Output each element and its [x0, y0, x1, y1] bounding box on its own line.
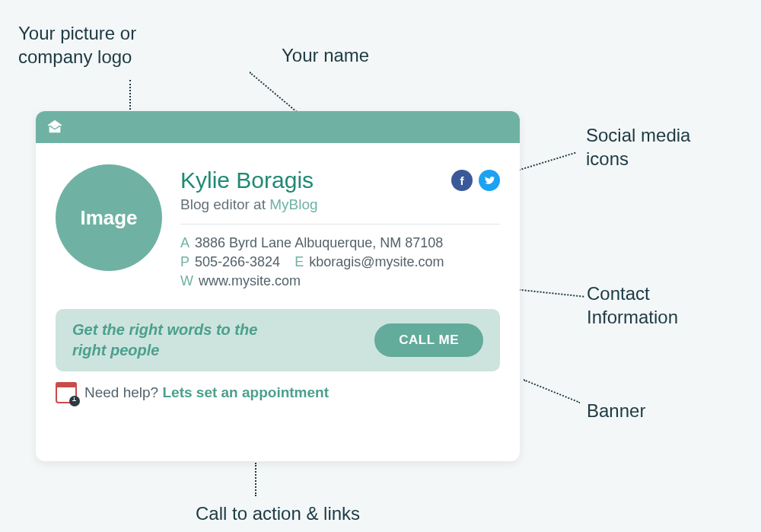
email-label: E — [295, 254, 304, 269]
leader-cta — [255, 463, 256, 496]
website-value: www.mysite.com — [199, 273, 301, 288]
cta-text: Need help? — [84, 384, 162, 400]
leader-banner — [524, 379, 581, 403]
annotation-contact: Contact Information — [587, 282, 678, 329]
phone-label: P — [180, 254, 189, 269]
address-value: 3886 Byrd Lane Albuquerque, NM 87108 — [195, 235, 443, 250]
cta-row: Need help? Lets set an appointment — [56, 382, 500, 403]
annotation-cta: Call to action & links — [196, 502, 360, 525]
contact-phone-email: P 505-266-3824 E kboragis@mysite.com — [180, 254, 500, 270]
cta-link[interactable]: Lets set an appointment — [162, 384, 329, 400]
divider — [180, 224, 500, 225]
signature-card: Image Kylie Boragis f Blog editor at MyB… — [36, 111, 520, 461]
role-prefix: Blog editor at — [180, 196, 269, 212]
twitter-icon[interactable] — [479, 170, 500, 191]
social-icons: f — [451, 170, 500, 191]
card-header — [36, 111, 520, 143]
signature-name: Kylie Boragis — [180, 167, 314, 193]
avatar-label: Image — [80, 206, 137, 230]
contact-website: W www.mysite.com — [180, 273, 500, 289]
contact-address: A 3886 Byrd Lane Albuquerque, NM 87108 — [180, 235, 500, 251]
calendar-clock-icon — [56, 382, 77, 403]
annotation-name: Your name — [282, 43, 369, 67]
website-label: W — [180, 273, 193, 288]
role-link[interactable]: MyBlog — [269, 196, 317, 212]
mail-open-icon — [46, 119, 63, 135]
address-label: A — [180, 235, 189, 250]
annotation-banner: Banner — [587, 399, 645, 422]
annotation-social: Social media icons — [586, 123, 690, 170]
email-value: kboragis@mysite.com — [309, 254, 444, 269]
banner-text: Get the right words to the right people — [72, 320, 293, 361]
annotation-picture: Your picture or company logo — [18, 21, 136, 68]
avatar: Image — [56, 164, 162, 271]
banner: Get the right words to the right people … — [56, 309, 500, 371]
facebook-icon[interactable]: f — [451, 170, 473, 191]
signature-role: Blog editor at MyBlog — [180, 196, 500, 213]
phone-value: 505-266-3824 — [195, 254, 280, 269]
call-me-button[interactable]: CALL ME — [374, 323, 483, 357]
